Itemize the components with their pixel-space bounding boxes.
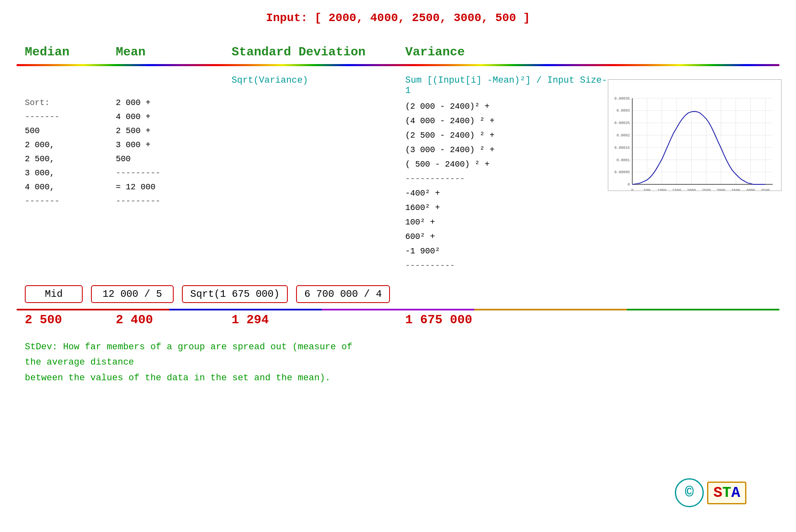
- var-v1: -400² +: [405, 186, 608, 200]
- var-v3: 100² +: [405, 215, 608, 229]
- header-median: Median: [25, 45, 116, 59]
- col-variance: Sum [(Input[i] -Mean)²] / Input Size-1 (…: [405, 75, 608, 273]
- var-line2: (4 000 - 2400) ² +: [405, 114, 608, 128]
- mean-calc: 2 000 + 4 000 + 2 500 + 3 000 + 500 ----…: [116, 96, 232, 208]
- header-stddev: Standard Deviation: [232, 45, 405, 59]
- median-calc: Sort: ------- 500 2 000, 2 500, 3 000, 4…: [25, 96, 116, 208]
- svg-text:1500: 1500: [672, 188, 681, 191]
- mean-v4: 3 000 +: [116, 138, 232, 152]
- var-line4: (3 000 - 2400) ² +: [405, 143, 608, 157]
- result-divider: [17, 309, 779, 310]
- svg-text:0.00005: 0.00005: [614, 170, 630, 174]
- var-line3: (2 500 - 2400) ² +: [405, 128, 608, 143]
- final-variance: 1 675 000: [405, 313, 472, 327]
- stddev-sub-header: Sqrt(Variance): [232, 75, 405, 86]
- median-v1: 500: [25, 124, 116, 138]
- header-variance: Variance: [405, 45, 529, 59]
- var-v4: 600² +: [405, 229, 608, 244]
- svg-text:0.0002: 0.0002: [617, 134, 630, 138]
- mean-dashes: ---------: [116, 166, 232, 180]
- mean-dashes2: ---------: [116, 194, 232, 208]
- var-dashes2: ----------: [405, 258, 608, 273]
- normal-distribution-chart: 0 0.00005 0.0001 0.00015 0.0002 0.00025 …: [608, 79, 782, 191]
- variance-calc: (2 000 - 2400)² + (4 000 - 2400) ² + (2 …: [405, 99, 608, 273]
- mean-v1: 2 000 +: [116, 96, 232, 110]
- stdev-desc-line1: StDev: How far members of a group are sp…: [25, 339, 372, 370]
- mean-v2: 4 000 +: [116, 110, 232, 124]
- logo-copyright: ©: [675, 478, 704, 507]
- var-v2: 1600² +: [405, 200, 608, 215]
- svg-text:0.0003: 0.0003: [617, 109, 630, 113]
- chart-svg: 0 0.00005 0.0001 0.00015 0.0002 0.00025 …: [608, 80, 781, 191]
- col-mean: 2 000 + 4 000 + 2 500 + 3 000 + 500 ----…: [116, 75, 232, 273]
- stdev-description: StDev: How far members of a group are sp…: [0, 339, 372, 386]
- var-line1: (2 000 - 2400)² +: [405, 99, 608, 114]
- median-v5: 4 000,: [25, 180, 116, 194]
- svg-text:2000: 2000: [687, 188, 696, 191]
- svg-text:4500: 4500: [761, 188, 770, 191]
- result-box-stddev: Sqrt(1 675 000): [182, 285, 288, 303]
- input-line: Input: [ 2000, 4000, 2500, 3000, 500 ]: [0, 0, 796, 24]
- median-dashes2: -------: [25, 194, 116, 208]
- mean-v5: 500: [116, 152, 232, 166]
- svg-text:3000: 3000: [717, 188, 725, 191]
- logo-s: S: [713, 484, 722, 501]
- col-chart: 0 0.00005 0.0001 0.00015 0.0002 0.00025 …: [608, 75, 790, 273]
- final-values-row: 2 500 2 400 1 294 1 675 000: [0, 313, 796, 327]
- svg-text:4000: 4000: [746, 188, 755, 191]
- var-dashes1: ------------: [405, 172, 608, 186]
- sort-label: Sort:: [25, 96, 116, 110]
- result-box-median: Mid: [25, 285, 83, 303]
- result-box-mean: 12 000 / 5: [91, 285, 174, 303]
- mean-v3: 2 500 +: [116, 124, 232, 138]
- header-mean: Mean: [116, 45, 232, 59]
- final-mean: 2 400: [116, 313, 232, 327]
- mean-result: = 12 000: [116, 180, 232, 194]
- stdev-desc-line2: between the values of the data in the se…: [25, 370, 372, 386]
- var-line5: ( 500 - 2400) ² +: [405, 157, 608, 172]
- main-content: Sort: ------- 500 2 000, 2 500, 3 000, 4…: [0, 71, 796, 273]
- logo-a: A: [731, 484, 740, 501]
- svg-text:0.00035: 0.00035: [614, 97, 630, 101]
- logo-area: © STA: [675, 478, 746, 507]
- svg-text:0.00025: 0.00025: [614, 121, 630, 125]
- final-median: 2 500: [25, 313, 116, 327]
- result-box-variance: 6 700 000 / 4: [296, 285, 390, 303]
- rainbow-divider: [17, 64, 779, 66]
- svg-text:2500: 2500: [702, 188, 710, 191]
- svg-text:3500: 3500: [731, 188, 740, 191]
- svg-text:500: 500: [644, 188, 650, 191]
- final-stddev: 1 294: [232, 313, 405, 327]
- headers-row: Median Mean Standard Deviation Variance: [0, 45, 796, 59]
- variance-sub-header: Sum [(Input[i] -Mean)²] / Input Size-1: [405, 75, 608, 96]
- median-dashes1: -------: [25, 110, 116, 124]
- median-v4: 3 000,: [25, 166, 116, 180]
- median-v3: 2 500,: [25, 152, 116, 166]
- svg-text:1000: 1000: [657, 188, 666, 191]
- logo-sta: STA: [707, 482, 746, 504]
- svg-text:0: 0: [631, 188, 633, 191]
- svg-text:0.0001: 0.0001: [617, 158, 630, 162]
- var-v5: -1 900²: [405, 244, 608, 258]
- svg-text:0.00015: 0.00015: [614, 146, 630, 150]
- median-v2: 2 000,: [25, 138, 116, 152]
- logo-t: T: [722, 484, 731, 501]
- col-median: Sort: ------- 500 2 000, 2 500, 3 000, 4…: [25, 75, 116, 273]
- results-row: Mid 12 000 / 5 Sqrt(1 675 000) 6 700 000…: [0, 285, 796, 303]
- svg-text:0: 0: [628, 183, 630, 187]
- col-stddev: Sqrt(Variance): [232, 75, 405, 273]
